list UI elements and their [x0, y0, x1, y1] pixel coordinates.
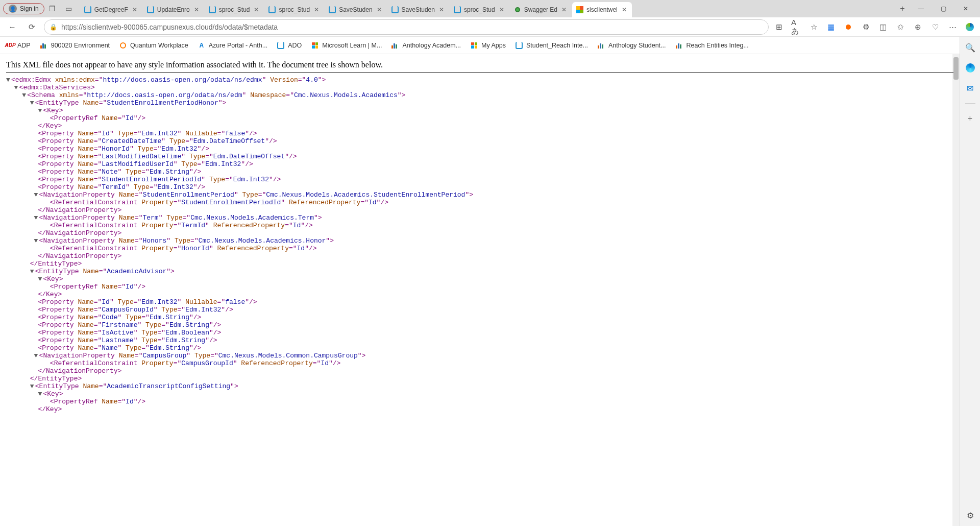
- bookmark-label: My Apps: [481, 42, 506, 49]
- signin-button[interactable]: 👤 Sign in: [3, 3, 44, 14]
- split-icon[interactable]: ◫: [878, 22, 888, 32]
- back-button[interactable]: ←: [5, 20, 19, 34]
- tab-close-icon[interactable]: ✕: [621, 6, 628, 13]
- workspaces-icon[interactable]: ❐: [46, 3, 59, 15]
- bookmark-label: Microsoft Learn | M...: [322, 42, 382, 49]
- tab-title: sproc_Stud: [279, 6, 310, 13]
- bookmark-icon: [311, 41, 319, 50]
- tab[interactable]: GetDegreeF✕: [80, 2, 142, 17]
- extensions-icon[interactable]: ⚙: [861, 22, 871, 32]
- bookmark-item[interactable]: Quantum Workplace: [119, 41, 188, 50]
- tab-close-icon[interactable]: ✕: [438, 6, 445, 13]
- bookmarks-bar: ADPADP900020 EnvironmentQuantum Workplac…: [0, 37, 980, 54]
- bookmark-item[interactable]: Anthology Student...: [597, 41, 666, 50]
- tab-title: GetDegreeF: [94, 6, 128, 13]
- bookmark-label: Quantum Workplace: [130, 42, 188, 49]
- tab-close-icon[interactable]: ✕: [560, 6, 568, 13]
- tab-close-icon[interactable]: ✕: [376, 6, 383, 13]
- bookmark-icon: [597, 41, 605, 50]
- reader-icon[interactable]: Aあ: [791, 22, 801, 32]
- tab-close-icon[interactable]: ✕: [498, 6, 505, 13]
- bookmark-item[interactable]: My Apps: [470, 41, 506, 50]
- bookmark-label: 900020 Environment: [51, 42, 110, 49]
- tab-title: SaveStuden: [339, 6, 372, 13]
- close-button[interactable]: ✕: [954, 1, 977, 16]
- bookmark-icon: [40, 41, 48, 50]
- tab-close-icon[interactable]: ✕: [193, 6, 200, 13]
- tab[interactable]: sproc_Stud✕: [205, 2, 264, 17]
- tab-close-icon[interactable]: ✕: [253, 6, 260, 13]
- url-text: https://sisclientweb-900065.campusnexus.…: [61, 23, 763, 31]
- bookmark-label: Anthology Student...: [608, 42, 666, 49]
- tab-strip: GetDegreeF✕UpdateEnro✕sproc_Stud✕sproc_S…: [80, 0, 895, 17]
- search-icon[interactable]: 🔍: [965, 42, 976, 53]
- bookmark-item[interactable]: Student_Reach Inte...: [515, 41, 588, 50]
- bookmark-label: Anthology Academ...: [402, 42, 461, 49]
- address-bar: ← ⟳ 🔒 https://sisclientweb-900065.campus…: [0, 17, 980, 37]
- tab[interactable]: SaveStuden✕: [387, 2, 449, 17]
- tab-title: SaveStuden: [402, 6, 435, 13]
- refresh-button[interactable]: ⟳: [24, 20, 39, 34]
- collections-icon[interactable]: ⊕: [913, 22, 923, 32]
- bookmark-icon: [675, 41, 683, 50]
- tab[interactable]: sisclientwel✕: [572, 2, 632, 17]
- address-bar-actions: ⊞ Aあ ☆ ▦ ⚙ ◫ ✩ ⊕ ♡ ⋯: [774, 22, 975, 32]
- bookmark-item[interactable]: 900020 Environment: [40, 41, 110, 50]
- bookmark-item[interactable]: Anthology Academ...: [391, 41, 461, 50]
- tab-title: UpdateEnro: [157, 6, 190, 13]
- new-tab-button[interactable]: +: [895, 2, 910, 16]
- tab[interactable]: Swagger Ed✕: [510, 2, 572, 17]
- tab[interactable]: sproc_Stud✕: [450, 2, 509, 17]
- bookmark-label: Student_Reach Inte...: [526, 42, 588, 49]
- tab-title: sproc_Stud: [464, 6, 495, 13]
- bookmark-icon: [119, 41, 127, 50]
- bookmark-item[interactable]: AAzure Portal - Anth...: [198, 41, 267, 50]
- bookmark-item[interactable]: ADO: [277, 41, 302, 50]
- signin-label: Sign in: [20, 5, 39, 12]
- performance-icon[interactable]: ♡: [930, 22, 940, 32]
- tab-title: sproc_Stud: [219, 6, 250, 13]
- edge-side-panel: 🔍 ✉ + ⚙: [960, 37, 980, 54]
- bookmark-label: ADP: [17, 42, 31, 49]
- lock-icon: 🔒: [50, 23, 57, 31]
- bookmark-item[interactable]: Reach Entities Integ...: [675, 41, 749, 50]
- ext-orange-icon[interactable]: [843, 22, 853, 32]
- settings-icon[interactable]: ⋯: [947, 22, 958, 32]
- bookmark-icon: [470, 41, 478, 50]
- tab-close-icon[interactable]: ✕: [313, 6, 320, 13]
- bookmark-label: Reach Entities Integ...: [687, 42, 749, 49]
- url-input[interactable]: 🔒 https://sisclientweb-900065.campusnexu…: [44, 19, 769, 35]
- bookmark-item[interactable]: Microsoft Learn | M...: [311, 41, 382, 50]
- window-controls: — ▢ ✕: [910, 1, 977, 16]
- favorite-icon[interactable]: ☆: [808, 22, 819, 32]
- bookmark-label: ADO: [288, 42, 302, 49]
- tab[interactable]: SaveStuden✕: [325, 2, 386, 17]
- maximize-button[interactable]: ▢: [932, 1, 954, 16]
- bookmark-icon: [277, 41, 285, 50]
- tab[interactable]: UpdateEnro✕: [143, 2, 204, 17]
- bookmark-item[interactable]: ADPADP: [6, 41, 31, 50]
- avatar-icon: 👤: [9, 5, 17, 13]
- window-titlebar: 👤 Sign in ❐ ▭ GetDegreeF✕UpdateEnro✕spro…: [0, 0, 980, 17]
- tab[interactable]: sproc_Stud✕: [264, 2, 324, 17]
- minimize-button[interactable]: —: [910, 1, 932, 16]
- tab-title: Swagger Ed: [524, 6, 557, 13]
- bookmark-label: Azure Portal - Anth...: [209, 42, 267, 49]
- copilot-icon[interactable]: [965, 22, 975, 32]
- bookmark-icon: ADP: [6, 41, 14, 50]
- tab-title: sisclientwel: [586, 6, 618, 13]
- bookmark-icon: [515, 41, 523, 50]
- bookmark-icon: A: [198, 41, 206, 50]
- grid-icon[interactable]: ▦: [826, 22, 836, 32]
- bookmark-icon: [391, 41, 399, 50]
- tab-close-icon[interactable]: ✕: [131, 6, 138, 13]
- tab-actions-icon[interactable]: ▭: [63, 3, 75, 15]
- translate-icon[interactable]: ⊞: [774, 22, 784, 32]
- favorites-bar-icon[interactable]: ✩: [895, 22, 905, 32]
